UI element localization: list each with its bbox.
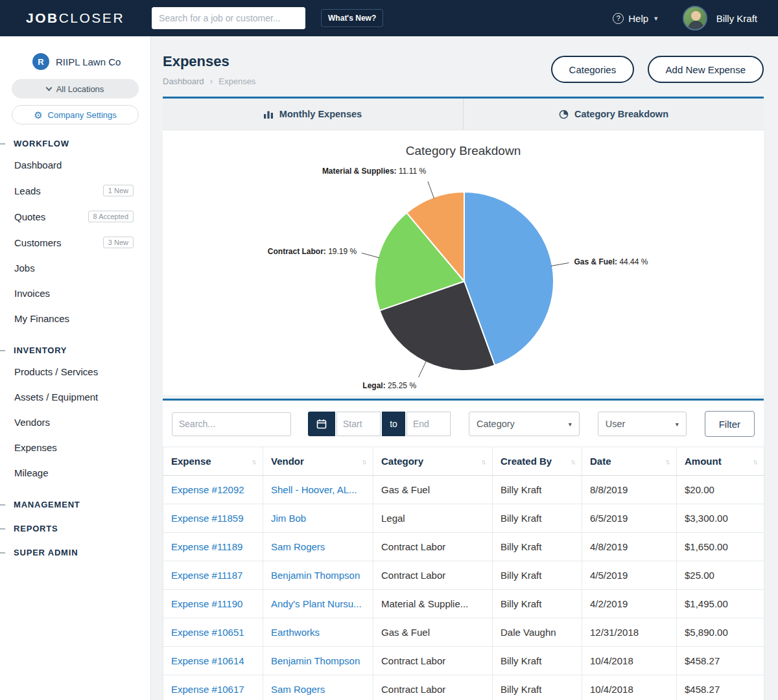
vendor-cell: Sam Rogers <box>263 675 373 700</box>
vendor-link[interactable]: Earthworks <box>271 627 320 638</box>
chart-tab-bar: Monthly Expenses Category Breakdown <box>163 99 764 130</box>
sort-icon[interactable]: ↑↓ <box>481 458 484 465</box>
add-new-expense-button[interactable]: Add New Expense <box>648 56 764 83</box>
sidebar-item-dashboard[interactable]: Dashboard <box>0 152 150 178</box>
start-date-input[interactable] <box>336 412 381 436</box>
collapse-dash-icon <box>0 143 5 145</box>
cell: 4/8/2019 <box>582 533 677 561</box>
company-settings-button[interactable]: ⚙ Company Settings <box>12 105 139 124</box>
end-date-input[interactable] <box>407 412 451 436</box>
table-search-input[interactable] <box>172 412 291 436</box>
sidebar-item-label: Quotes <box>14 211 45 222</box>
whats-new-button[interactable]: What's New? <box>321 9 383 27</box>
vendor-cell: Jim Bob <box>263 504 373 533</box>
column-header-date[interactable]: Date↑↓ <box>582 447 677 476</box>
vendor-link[interactable]: Andy's Plant Nursu... <box>271 598 362 609</box>
column-header-expense[interactable]: Expense↑↓ <box>163 447 263 476</box>
pie-leader-line <box>419 361 427 377</box>
date-range-group: to <box>308 412 451 436</box>
section-header-super-admin[interactable]: SUPER ADMIN <box>0 548 150 557</box>
sidebar-item-mileage[interactable]: Mileage <box>0 460 150 485</box>
section-header-inventory[interactable]: INVENTORY <box>0 345 150 355</box>
category-select-value: Category <box>477 419 515 429</box>
pie-label-gas-fuel: Gas & Fuel: 44.44 % <box>574 257 648 266</box>
expense-link[interactable]: Expense #11189 <box>171 541 242 552</box>
pie-leader-line <box>362 253 379 257</box>
sidebar-item-invoices[interactable]: Invoices <box>0 281 150 306</box>
cell: Billy Kraft <box>493 504 582 533</box>
expense-link[interactable]: Expense #10617 <box>171 684 244 695</box>
table-row: Expense #12092Shell - Hoover, AL...Gas &… <box>163 476 764 504</box>
vendor-link[interactable]: Benjamin Thompson <box>271 655 360 666</box>
sidebar-item-quotes[interactable]: Quotes8 Accepted <box>0 204 150 229</box>
sidebar-item-leads[interactable]: Leads1 New <box>0 178 150 204</box>
pie-label-contract-labor: Contract Labor: 19.19 % <box>268 247 357 256</box>
sort-icon[interactable]: ↑↓ <box>571 458 574 465</box>
pie-chart-area: Category Breakdown Gas & Fuel: 44.44 %Le… <box>163 130 764 395</box>
sidebar-item-my-finances[interactable]: My Finances <box>0 306 150 331</box>
cell: Billy Kraft <box>493 561 582 590</box>
section-header-workflow[interactable]: WORKFLOW <box>0 139 150 148</box>
sort-icon[interactable]: ↑↓ <box>362 458 365 465</box>
sort-icon[interactable]: ↑↓ <box>665 458 668 465</box>
cell: 4/5/2019 <box>582 561 677 590</box>
sort-icon[interactable]: ↑↓ <box>753 458 756 465</box>
expenses-table: Expense↑↓Vendor↑↓Category↑↓Created By↑↓D… <box>163 447 764 700</box>
chevron-down-icon: ▾ <box>569 421 572 428</box>
sort-icon[interactable]: ↑↓ <box>252 458 255 465</box>
user-avatar[interactable] <box>683 6 707 30</box>
column-header-amount[interactable]: Amount↑↓ <box>677 447 764 476</box>
tab-category-breakdown[interactable]: Category Breakdown <box>463 99 764 130</box>
app-logo[interactable]: JOBCLOSER <box>26 10 124 26</box>
expense-cell: Expense #11190 <box>163 590 263 618</box>
column-header-category[interactable]: Category↑↓ <box>373 447 493 476</box>
sidebar-item-vendors[interactable]: Vendors <box>0 410 150 435</box>
cell: 4/2/2019 <box>582 590 677 618</box>
cell: $458.27 <box>677 647 764 675</box>
section-header-reports[interactable]: REPORTS <box>0 524 150 533</box>
locations-dropdown[interactable]: All Locations <box>12 79 139 99</box>
cell: Billy Kraft <box>493 533 582 561</box>
column-header-vendor[interactable]: Vendor↑↓ <box>263 447 373 476</box>
help-menu[interactable]: ? Help ▾ <box>613 13 657 24</box>
sidebar-item-label: Dashboard <box>14 159 62 170</box>
expense-link[interactable]: Expense #11187 <box>171 570 242 581</box>
sidebar-item-assets-equipment[interactable]: Assets / Equipment <box>0 384 150 410</box>
global-search-input[interactable] <box>152 7 305 29</box>
cell: Billy Kraft <box>493 476 582 504</box>
expense-link[interactable]: Expense #12092 <box>171 484 244 495</box>
navbar-right: ? Help ▾ Billy Kraft <box>613 6 757 30</box>
vendor-link[interactable]: Sam Rogers <box>271 684 325 695</box>
filter-button[interactable]: Filter <box>705 411 755 437</box>
vendor-link[interactable]: Benjamin Thompson <box>271 570 360 581</box>
section-header-management[interactable]: MANAGEMENT <box>0 500 150 509</box>
category-select[interactable]: Category ▾ <box>469 412 580 436</box>
calendar-button[interactable] <box>308 412 335 436</box>
column-label: Created By <box>501 456 552 467</box>
tab-monthly-expenses[interactable]: Monthly Expenses <box>163 99 463 130</box>
help-icon: ? <box>613 13 624 24</box>
sidebar-item-label: Customers <box>14 237 62 248</box>
column-header-created-by[interactable]: Created By↑↓ <box>493 447 582 476</box>
vendor-link[interactable]: Shell - Hoover, AL... <box>271 484 357 495</box>
sidebar-item-expenses[interactable]: Expenses <box>0 435 150 460</box>
user-select[interactable]: User ▾ <box>598 412 687 436</box>
expense-link[interactable]: Expense #11859 <box>171 513 243 524</box>
vendor-link[interactable]: Jim Bob <box>271 513 306 524</box>
company-name: RIIPL Lawn Co <box>56 56 121 67</box>
breadcrumb-dashboard[interactable]: Dashboard <box>163 76 204 86</box>
sidebar-item-customers[interactable]: Customers3 New <box>0 229 150 255</box>
vendor-cell: Sam Rogers <box>263 533 373 561</box>
vendor-cell: Benjamin Thompson <box>263 647 373 675</box>
categories-button[interactable]: Categories <box>551 56 635 83</box>
sidebar-item-products-services[interactable]: Products / Services <box>0 359 150 384</box>
expense-link[interactable]: Expense #10651 <box>171 627 244 638</box>
expense-link[interactable]: Expense #11190 <box>171 598 242 609</box>
vendor-link[interactable]: Sam Rogers <box>271 541 325 552</box>
company-selector[interactable]: R RIIPL Lawn Co <box>32 53 150 70</box>
cell: 8/8/2019 <box>582 476 677 504</box>
cell: 12/31/2018 <box>582 618 677 647</box>
sidebar-item-jobs[interactable]: Jobs <box>0 255 150 281</box>
expense-link[interactable]: Expense #10614 <box>171 655 244 666</box>
chevron-down-icon: ▾ <box>654 14 658 23</box>
